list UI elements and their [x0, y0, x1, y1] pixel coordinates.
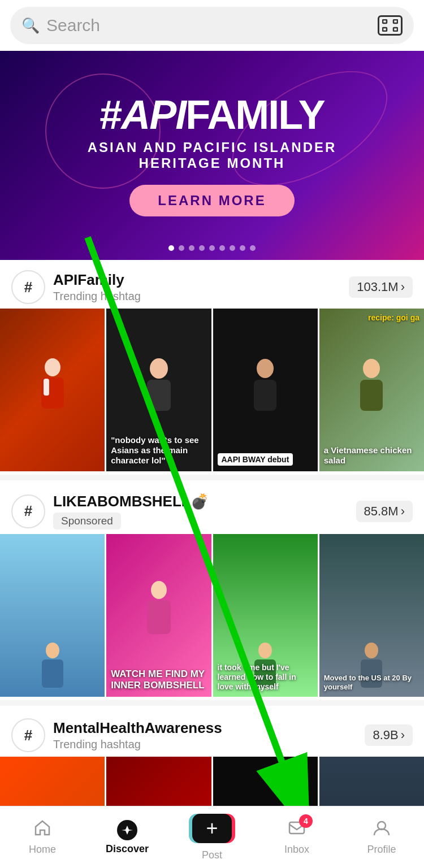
dot-6 [219, 245, 225, 251]
post-button[interactable]: + [192, 814, 232, 843]
svg-point-7 [150, 358, 168, 379]
video-thumb-0-0[interactable] [0, 309, 105, 471]
search-bar[interactable]: 🔍 Search [10, 7, 414, 44]
svg-rect-10 [254, 380, 276, 411]
svg-rect-1 [393, 20, 397, 23]
hashtag-name-0: APIFamily [53, 271, 141, 289]
hashtag-sub-2: Trending hashtag [53, 738, 222, 751]
hashtag-symbol: # [99, 92, 121, 137]
nav-discover-label: Discover [106, 843, 149, 855]
learn-more-button[interactable]: LEARN MORE [129, 185, 294, 216]
video-overlay-0-3: a Vietnamese chicken salad [324, 445, 419, 466]
banner-family-text: FAMILY [185, 92, 324, 137]
chevron-icon-0: › [401, 280, 405, 294]
hashtag-name-1: LIKEABOMBSHELL💣 [53, 493, 209, 510]
section-divider-1 [0, 475, 424, 480]
svg-point-15 [151, 581, 167, 599]
svg-point-9 [257, 359, 274, 378]
inbox-icon: 4 [288, 819, 306, 841]
hashtag-row-2[interactable]: # MentalHealthAwareness Trending hashtag… [0, 708, 424, 757]
home-icon [33, 819, 51, 841]
video-thumb-1-2[interactable]: it took time but I've learned how to fal… [213, 534, 318, 697]
inbox-badge: 4 [299, 814, 313, 828]
trending-section-1: # LIKEABOMBSHELL💣 Sponsored 85.8M › [0, 483, 424, 697]
trending-section-0: # APIFamily Trending hashtag 103.1M › [0, 260, 424, 471]
video-thumb-1-1[interactable]: WATCH ME FIND MY INNER BOMBSHELL [106, 534, 211, 697]
search-icon: 🔍 [21, 17, 40, 34]
svg-rect-14 [42, 659, 63, 688]
svg-rect-6 [44, 379, 49, 396]
nav-profile-label: Profile [367, 844, 396, 856]
dot-9 [250, 245, 256, 251]
chevron-icon-1: › [401, 504, 405, 519]
video-top-0-3: recipe: goi ga [368, 313, 419, 322]
hashtag-row-0[interactable]: # APIFamily Trending hashtag 103.1M › [0, 260, 424, 309]
search-left: 🔍 Search [21, 16, 100, 35]
dot-5 [209, 245, 215, 251]
search-placeholder-text: Search [46, 16, 100, 35]
hashtag-row-1[interactable]: # LIKEABOMBSHELL💣 Sponsored 85.8M › [0, 483, 424, 534]
scan-icon[interactable] [378, 15, 403, 36]
nav-home[interactable]: Home [0, 819, 85, 856]
hash-icon-2: # [11, 718, 45, 752]
dot-3 [189, 245, 194, 251]
banner-hashtag: #APIFAMILY [99, 94, 324, 135]
svg-rect-16 [147, 600, 171, 634]
svg-rect-3 [393, 28, 397, 31]
svg-rect-0 [383, 20, 387, 23]
hashtag-info-2: MentalHealthAwareness Trending hashtag [53, 719, 222, 751]
svg-marker-29 [122, 826, 133, 835]
hashtag-count-0[interactable]: 103.1M › [349, 276, 413, 298]
svg-point-19 [365, 643, 378, 658]
video-thumb-1-3[interactable]: Moved to the US at 20 By yourself [319, 534, 424, 697]
video-badge-0-2: AAPI BWAY debut [218, 453, 293, 466]
svg-rect-12 [360, 380, 383, 411]
hashtag-left-0: # APIFamily Trending hashtag [11, 270, 141, 304]
hashtag-sub-0: Trending hashtag [53, 290, 141, 303]
nav-post[interactable]: + Post [170, 814, 254, 861]
post-plus-icon: + [206, 817, 218, 840]
dot-8 [240, 245, 245, 251]
video-grid-1: WATCH ME FIND MY INNER BOMBSHELL it took… [0, 534, 424, 697]
video-grid-0: "nobody wants to see Asians as the main … [0, 309, 424, 471]
profile-icon [373, 819, 391, 841]
svg-point-17 [258, 643, 272, 658]
video-overlay-0-1: "nobody wants to see Asians as the main … [111, 435, 206, 466]
video-overlay-1-2: it took time but I've learned how to fal… [218, 663, 313, 691]
hashtag-info-1: LIKEABOMBSHELL💣 Sponsored [53, 493, 209, 530]
nav-profile[interactable]: Profile [339, 819, 424, 856]
hashtag-count-2[interactable]: 8.9B › [365, 724, 413, 746]
dot-4 [199, 245, 205, 251]
hashtag-left-2: # MentalHealthAwareness Trending hashtag [11, 718, 222, 752]
dot-2 [179, 245, 184, 251]
nav-discover[interactable]: Discover [85, 820, 170, 855]
nav-post-label: Post [202, 849, 222, 861]
page-content: 🔍 Search #APIFAMILY ASIAN AND PACIFIC IS… [0, 7, 424, 868]
video-thumb-0-2[interactable]: AAPI BWAY debut [213, 309, 318, 471]
nav-inbox[interactable]: 4 Inbox [254, 819, 339, 856]
video-overlay-1-3: Moved to the US at 20 By yourself [324, 674, 419, 691]
video-thumb-0-1[interactable]: "nobody wants to see Asians as the main … [106, 309, 211, 471]
svg-point-4 [45, 358, 60, 376]
svg-point-11 [363, 359, 380, 378]
svg-rect-2 [383, 28, 387, 31]
banner-pagination-dots [168, 245, 256, 251]
hash-icon-1: # [11, 494, 45, 528]
discover-icon [117, 820, 137, 840]
hashtag-count-1[interactable]: 85.8M › [356, 501, 413, 522]
nav-inbox-label: Inbox [284, 844, 309, 856]
video-thumb-1-0[interactable] [0, 534, 105, 697]
svg-point-13 [46, 643, 59, 658]
promo-banner: #APIFAMILY ASIAN AND PACIFIC ISLANDER HE… [0, 51, 424, 260]
chevron-icon-2: › [401, 728, 405, 743]
banner-subtitle: ASIAN AND PACIFIC ISLANDER HERITAGE MONT… [88, 140, 337, 171]
sponsored-badge-1: Sponsored [53, 513, 121, 530]
dot-7 [230, 245, 235, 251]
nav-home-label: Home [29, 844, 56, 856]
video-thumb-0-3[interactable]: recipe: goi ga a Vietnamese chicken sala… [319, 309, 424, 471]
hash-icon-0: # [11, 270, 45, 304]
hashtag-name-2: MentalHealthAwareness [53, 719, 222, 737]
hashtag-info-0: APIFamily Trending hashtag [53, 271, 141, 303]
hashtag-left-1: # LIKEABOMBSHELL💣 Sponsored [11, 493, 209, 530]
bottom-navigation: Home Discover + Post 4 Inbox [0, 806, 424, 868]
